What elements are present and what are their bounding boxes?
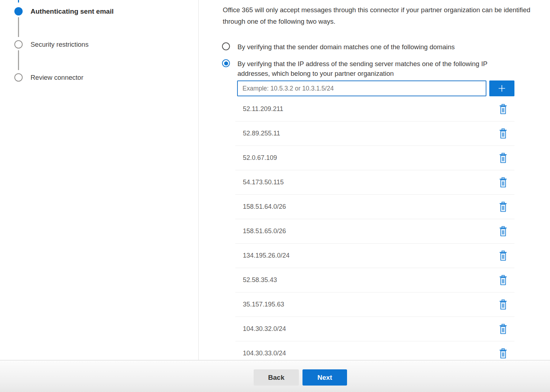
delete-ip-button[interactable] <box>499 177 507 188</box>
verify-by-sender-domain-option[interactable]: By verifying that the sender domain matc… <box>222 42 455 52</box>
delete-ip-button[interactable] <box>499 250 507 262</box>
step-label: Review connector <box>31 74 83 82</box>
delete-ip-button[interactable] <box>499 348 507 359</box>
step-indicator-icon <box>14 40 23 49</box>
verify-by-ip-address-option[interactable]: By verifying that the IP address of the … <box>222 59 511 78</box>
trash-icon <box>499 128 507 139</box>
next-button[interactable]: Next <box>302 369 347 386</box>
back-button[interactable]: Back <box>254 369 299 386</box>
wizard-footer: Back Next <box>0 360 550 392</box>
wizard-content-pane: Office 365 will only accept messages thr… <box>199 0 550 360</box>
ip-address: 104.30.32.0/24 <box>243 325 286 333</box>
add-ip-button[interactable] <box>489 80 514 96</box>
trash-icon <box>499 201 507 212</box>
ip-address-list: 52.11.209.211 52.89.255.11 <box>235 97 514 360</box>
ip-address: 35.157.195.63 <box>243 301 284 308</box>
step-label: Authenticating sent email <box>31 8 114 15</box>
ip-address: 158.51.64.0/26 <box>243 203 286 211</box>
radio-icon[interactable] <box>222 42 230 50</box>
ip-list-item: 52.89.255.11 <box>235 121 514 146</box>
ip-list-item: 54.173.50.115 <box>235 170 514 195</box>
delete-ip-button[interactable] <box>499 103 507 115</box>
ip-list-item: 35.157.195.63 <box>235 292 514 317</box>
ip-list-item: 134.195.26.0/24 <box>235 244 514 268</box>
ip-address: 52.89.255.11 <box>243 130 280 137</box>
delete-ip-button[interactable] <box>499 323 507 335</box>
ip-address: 134.195.26.0/24 <box>243 252 290 259</box>
trash-icon <box>499 299 507 310</box>
trash-icon <box>499 250 507 261</box>
wizard-stepper: Authenticating sent email Security restr… <box>0 0 199 360</box>
ip-address: 52.58.35.43 <box>243 276 277 284</box>
step-indicator-icon <box>14 73 23 82</box>
ip-list-item: 158.51.64.0/26 <box>235 195 514 219</box>
ip-list-item: 52.58.35.43 <box>235 268 514 292</box>
ip-address: 158.51.65.0/26 <box>243 227 286 235</box>
delete-ip-button[interactable] <box>499 152 507 164</box>
step-indicator-icon <box>14 7 23 15</box>
trash-icon <box>499 348 507 359</box>
trash-icon <box>499 275 507 286</box>
option-label: By verifying that the sender domain matc… <box>237 42 455 52</box>
ip-address: 52.11.209.211 <box>243 105 283 113</box>
ip-list-item: 104.30.32.0/24 <box>235 317 514 341</box>
trash-icon <box>499 323 507 335</box>
ip-list-item: 52.11.209.211 <box>235 97 514 121</box>
stepper-connector-line <box>18 17 19 37</box>
trash-icon <box>499 177 507 188</box>
stepper-connector-line <box>18 50 19 70</box>
option-label: By verifying that the IP address of the … <box>237 59 511 78</box>
stepper-step-authenticating-sent-email[interactable]: Authenticating sent email <box>14 7 114 15</box>
plus-icon <box>498 84 506 93</box>
delete-ip-button[interactable] <box>499 201 507 213</box>
stepper-step-security-restrictions[interactable]: Security restrictions <box>14 40 88 49</box>
delete-ip-button[interactable] <box>499 275 507 286</box>
radio-icon[interactable] <box>222 59 230 67</box>
ip-address: 54.173.50.115 <box>243 179 284 186</box>
trash-icon <box>499 152 507 163</box>
stepper-connector-from-previous <box>18 0 19 3</box>
stepper-step-review-connector[interactable]: Review connector <box>14 73 83 82</box>
ip-address: 52.0.67.109 <box>243 154 277 162</box>
trash-icon <box>499 226 507 237</box>
ip-list-item: 104.30.33.0/24 <box>235 341 514 360</box>
ip-list-item: 158.51.65.0/26 <box>235 219 514 244</box>
ip-entry-row <box>237 80 514 96</box>
intro-text: Office 365 will only accept messages thr… <box>223 4 548 27</box>
ip-list-item: 52.0.67.109 <box>235 146 514 170</box>
trash-icon <box>499 103 507 115</box>
delete-ip-button[interactable] <box>499 128 507 139</box>
step-label: Security restrictions <box>31 41 88 49</box>
delete-ip-button[interactable] <box>499 226 507 237</box>
delete-ip-button[interactable] <box>499 299 507 310</box>
ip-address-input[interactable] <box>237 80 486 96</box>
ip-address: 104.30.33.0/24 <box>243 350 286 357</box>
